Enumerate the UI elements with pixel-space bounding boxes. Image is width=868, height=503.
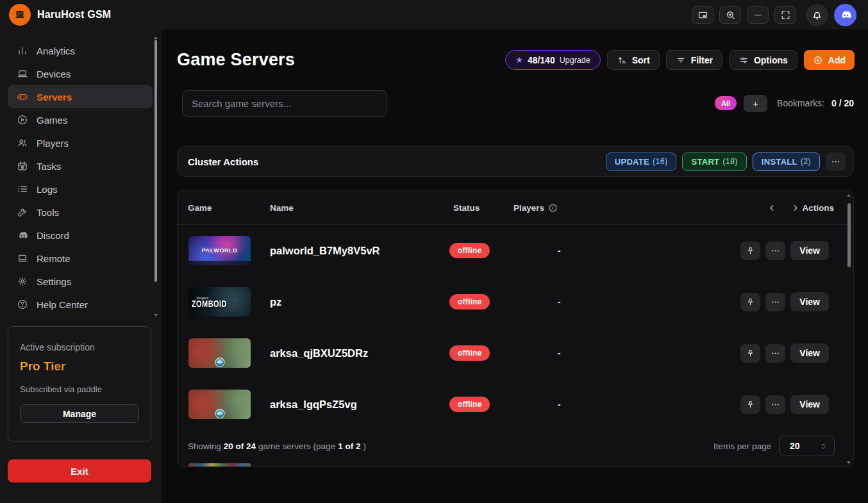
server-name: arksa_lgqPsZ5vg <box>270 379 357 430</box>
table-scrollbar-thumb[interactable] <box>847 203 851 267</box>
add-server-button[interactable]: Add <box>804 50 855 70</box>
next-row-image-partial <box>188 463 251 467</box>
select-chevrons-icon <box>819 442 828 450</box>
sidebar-item-tasks[interactable]: Tasks <box>8 154 153 177</box>
cluster-install-button[interactable]: INSTALL (2) <box>753 153 820 171</box>
topbar: HaruHost GSM <box>0 0 868 29</box>
row-actions: View <box>740 327 829 379</box>
pin-button[interactable] <box>740 293 760 311</box>
sidebar: Analytics Devices Servers Games Players … <box>0 29 162 503</box>
list-icon <box>17 183 28 195</box>
row-more-button[interactable] <box>765 395 785 414</box>
server-status-cell: offline <box>449 379 490 430</box>
bookmarks-label: Bookmarks: <box>777 98 824 108</box>
view-button[interactable]: View <box>790 395 829 414</box>
row-more-button[interactable] <box>765 344 785 363</box>
cluster-actions-title: Cluster Actions <box>188 156 258 167</box>
app-logo: HaruHost GSM <box>0 4 111 26</box>
server-players: - <box>537 225 581 276</box>
discord-icon <box>839 8 852 21</box>
server-status-cell: offline <box>449 327 490 379</box>
items-per-page-select[interactable]: 20 <box>779 436 835 456</box>
pin-button[interactable] <box>740 344 760 363</box>
sidebar-item-devices[interactable]: Devices <box>8 62 153 85</box>
laptop-icon <box>17 252 28 264</box>
zoom-button[interactable] <box>719 6 741 24</box>
view-button[interactable]: View <box>790 343 829 363</box>
manage-subscription-button[interactable]: Manage <box>20 404 139 423</box>
sidebar-scrollbar[interactable] <box>154 37 158 317</box>
discord-button[interactable] <box>834 4 856 26</box>
bookmarks-count: 0 / 20 <box>831 98 854 108</box>
sort-icon <box>617 55 627 65</box>
bar-chart-icon <box>17 45 28 56</box>
pin-button[interactable] <box>740 242 760 260</box>
sidebar-item-analytics[interactable]: Analytics <box>8 39 153 62</box>
minimize-button[interactable] <box>747 6 769 24</box>
bookmark-row: All + Bookmarks: 0 / 20 <box>715 94 854 112</box>
filter-button[interactable]: Filter <box>666 50 722 70</box>
cluster-update-button[interactable]: UPDATE (16) <box>606 153 677 171</box>
column-name: Name <box>270 190 294 225</box>
row-more-button[interactable] <box>765 242 785 260</box>
sidebar-item-help-center[interactable]: Help Center <box>8 293 153 316</box>
table-footer: Showing 20 of 24 game servers (page 1 of… <box>178 431 853 461</box>
columns-scroll-right-button[interactable] <box>790 190 800 225</box>
sidebar-item-servers[interactable]: Servers <box>8 85 153 108</box>
server-players: - <box>537 379 581 430</box>
table-header: Game Name Status Players Actions <box>178 190 853 225</box>
picture-in-picture-button[interactable] <box>692 6 714 24</box>
sidebar-item-logs[interactable]: Logs <box>8 177 153 201</box>
server-players: - <box>537 276 581 327</box>
upgrade-button[interactable]: ★ 48/140 Upgrade <box>505 50 600 70</box>
info-icon[interactable] <box>548 203 558 213</box>
laptop-icon <box>17 68 28 79</box>
cluster-start-button[interactable]: START (18) <box>682 153 746 171</box>
column-players: Players <box>513 190 558 225</box>
server-status-cell: offline <box>449 276 490 327</box>
view-button[interactable]: View <box>790 241 829 260</box>
sidebar-item-discord[interactable]: Discord <box>8 224 153 247</box>
filter-icon <box>676 55 686 65</box>
row-more-button[interactable] <box>765 293 785 311</box>
table-row: ARK arksa_qjBXUZ5DRz offline - View <box>178 327 853 379</box>
table-row: project ZOMBOID pz offline - View <box>178 276 853 327</box>
zoom-in-icon <box>725 10 736 21</box>
column-status: Status <box>453 190 480 225</box>
items-per-page-group: Items per page 20 <box>714 431 835 461</box>
sidebar-item-games[interactable]: Games <box>8 108 153 131</box>
server-name: pz <box>270 276 281 327</box>
add-bookmark-button[interactable]: + <box>744 95 767 112</box>
sort-button[interactable]: Sort <box>607 50 660 70</box>
fullscreen-icon <box>780 10 791 21</box>
columns-scroll-left-button[interactable] <box>767 190 777 225</box>
app-title: HaruHost GSM <box>37 9 111 21</box>
notifications-button[interactable] <box>806 4 828 26</box>
cluster-more-button[interactable] <box>826 153 846 171</box>
sidebar-item-remote[interactable]: Remote <box>8 247 153 270</box>
circle-plus-icon <box>813 55 823 65</box>
sidebar-item-settings[interactable]: Settings <box>8 270 153 293</box>
table-scrollbar[interactable] <box>847 194 851 464</box>
sidebar-scrollbar-thumb[interactable] <box>154 40 157 282</box>
fullscreen-button[interactable] <box>774 6 796 24</box>
gamepad-icon <box>17 91 28 103</box>
server-status-cell: offline <box>449 225 490 276</box>
ellipsis-icon <box>771 246 780 256</box>
bookmark-filter-all[interactable]: All <box>715 96 737 110</box>
picture-in-picture-icon <box>697 10 708 21</box>
scroll-up-arrow-icon <box>154 37 158 39</box>
options-button[interactable]: Options <box>729 50 797 70</box>
row-actions: View <box>740 276 829 327</box>
game-image-ark: ARK <box>188 338 251 368</box>
row-actions: View <box>740 379 829 430</box>
search-input[interactable] <box>182 90 387 117</box>
exit-button[interactable]: Exit <box>8 459 151 482</box>
game-image-palworld: PALWORLD <box>188 236 251 265</box>
pin-button[interactable] <box>740 395 760 414</box>
view-button[interactable]: View <box>790 292 829 311</box>
status-badge: offline <box>449 243 490 258</box>
sidebar-item-tools[interactable]: Tools <box>8 201 153 224</box>
sidebar-item-players[interactable]: Players <box>8 131 153 154</box>
scroll-down-arrow-icon <box>847 461 851 464</box>
